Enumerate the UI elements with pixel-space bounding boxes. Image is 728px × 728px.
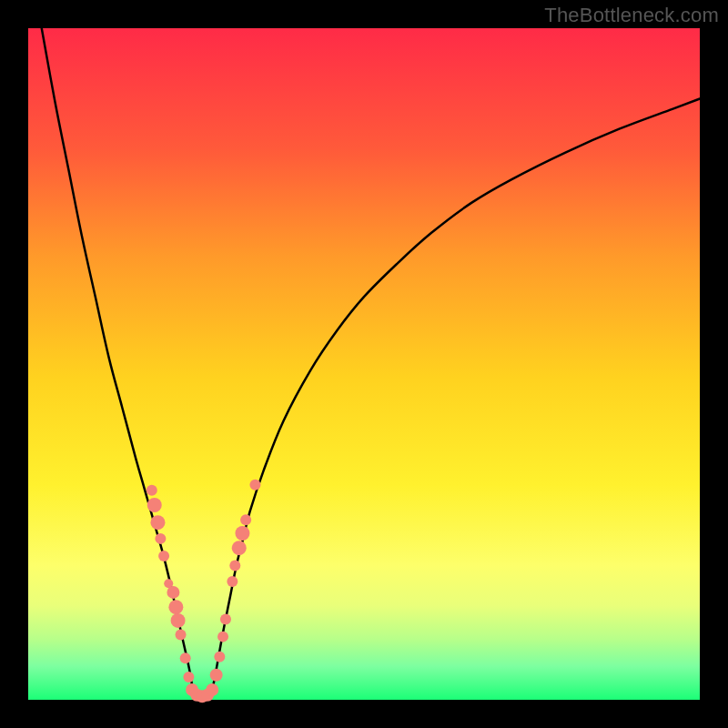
marker-dot: [171, 613, 186, 628]
marker-dot: [180, 652, 191, 663]
frame: TheBottleneck.com: [0, 0, 728, 728]
marker-dot: [232, 541, 247, 555]
chart-svg: [28, 28, 700, 700]
marker-dot: [249, 480, 260, 490]
marker-dot: [214, 652, 225, 662]
marker-dot: [235, 526, 249, 541]
right-curve: [211, 98, 700, 694]
marker-dot: [176, 629, 187, 640]
marker-dot: [150, 515, 165, 530]
watermark-text: TheBottleneck.com: [544, 4, 719, 27]
marker-dot: [229, 560, 240, 571]
marker-dot: [147, 498, 162, 512]
marker-dot: [147, 485, 157, 496]
marker-dot: [183, 672, 194, 682]
marker-dot: [210, 669, 223, 682]
marker-dots-group: [147, 480, 261, 703]
marker-dot: [220, 613, 231, 624]
marker-dot: [217, 632, 228, 642]
marker-dot: [240, 514, 251, 525]
marker-dot: [155, 533, 166, 544]
marker-dot: [206, 683, 218, 696]
marker-dot: [168, 600, 183, 614]
marker-dot: [167, 586, 179, 599]
marker-dot: [158, 551, 169, 561]
marker-dot: [227, 576, 238, 587]
